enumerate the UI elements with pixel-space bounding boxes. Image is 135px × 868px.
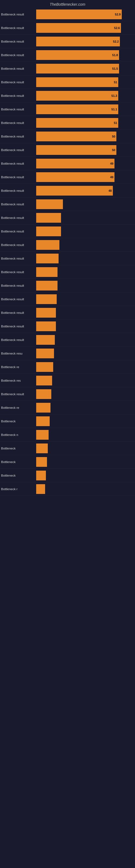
entry-label: Bottleneck result: [1, 338, 36, 341]
list-item: Bottleneck result 51.3: [0, 89, 135, 102]
entry-bar: [36, 281, 57, 290]
entry-bar-wrap: 51.5: [36, 64, 135, 73]
list-item: Bottleneck result 52.9: [0, 8, 135, 21]
entry-label: Bottleneck result: [1, 230, 36, 233]
entry-bar: [36, 213, 61, 223]
list-item: Bottleneck r: [0, 482, 135, 496]
entry-bar-wrap: [36, 281, 135, 290]
entry-bar-wrap: [36, 199, 135, 209]
entry-bar-wrap: [36, 362, 135, 372]
list-item: Bottleneck result: [0, 333, 135, 347]
list-item: Bottleneck result 51.8: [0, 48, 135, 62]
entry-bar: [36, 335, 55, 345]
list-item: Bottleneck result 52.2: [0, 35, 135, 48]
list-item: Bottleneck resu: [0, 347, 135, 360]
entry-bar: 52.9: [36, 9, 122, 19]
entry-label: Bottleneck result: [1, 67, 36, 70]
list-item: Bottleneck result: [0, 319, 135, 333]
entry-label: Bottleneck result: [1, 325, 36, 328]
entry-value: 49: [110, 176, 114, 179]
entry-label: Bottleneck result: [1, 393, 36, 396]
entry-bar-wrap: 50: [36, 131, 135, 141]
entry-bar: [36, 416, 50, 426]
list-item: Bottleneck re: [0, 360, 135, 374]
entry-bar-wrap: 51.1: [36, 104, 135, 114]
entry-label: Bottleneck resu: [1, 352, 36, 355]
entry-label: Bottleneck result: [1, 81, 36, 84]
list-item: Bottleneck result: [0, 306, 135, 319]
list-item: Bottleneck result 51.5: [0, 62, 135, 75]
list-item: Bottleneck result 50: [0, 130, 135, 143]
entry-bar: 50: [36, 131, 117, 141]
list-item: Bottleneck result: [0, 225, 135, 238]
entry-bar: [36, 308, 56, 318]
list-item: Bottleneck result: [0, 388, 135, 401]
entry-label: Bottleneck result: [1, 108, 36, 111]
entry-bar: [36, 348, 54, 358]
entry-bar-wrap: [36, 294, 135, 304]
list-item: Bottleneck result: [0, 238, 135, 252]
entry-value: 51.8: [112, 54, 118, 57]
entry-value: 52.9: [115, 13, 121, 16]
entry-label: Bottleneck result: [1, 311, 36, 314]
entry-label: Bottleneck: [1, 420, 36, 423]
entry-label: Bottleneck r: [1, 488, 36, 491]
list-item: Bottleneck result: [0, 252, 135, 265]
list-item: Bottleneck result: [0, 211, 135, 225]
entry-bar: [36, 294, 57, 304]
entry-bar: [36, 267, 57, 277]
entry-bar-wrap: [36, 484, 135, 494]
entry-bar-wrap: 52.6: [36, 23, 135, 33]
entry-bar: 51.8: [36, 50, 119, 60]
entry-bar: 51.1: [36, 104, 118, 114]
entry-bar: [36, 430, 49, 440]
entry-bar-wrap: [36, 416, 135, 426]
entry-label: Bottleneck: [1, 447, 36, 450]
entry-bar: [36, 403, 50, 412]
list-item: Bottleneck n: [0, 428, 135, 442]
entry-bar: 52.2: [36, 37, 120, 46]
entry-value: 49: [110, 162, 114, 165]
entry-label: Bottleneck result: [1, 94, 36, 97]
list-item: Bottleneck result 52.6: [0, 21, 135, 35]
entry-bar: [36, 321, 56, 331]
entry-bar: 51: [36, 118, 118, 128]
entry-bar: [36, 376, 52, 385]
entry-bar: [36, 443, 48, 453]
list-item: Bottleneck result 51: [0, 116, 135, 130]
entry-bar-wrap: 49: [36, 159, 135, 168]
entry-bar: [36, 199, 63, 209]
entry-value: 52.6: [114, 26, 120, 30]
entry-value: 51.5: [112, 67, 118, 70]
entry-label: Bottleneck result: [1, 284, 36, 287]
entry-bar-wrap: [36, 308, 135, 318]
entry-bar-wrap: [36, 389, 135, 399]
entry-bar-wrap: [36, 348, 135, 358]
entry-bar-wrap: [36, 240, 135, 250]
entry-bar-wrap: [36, 471, 135, 480]
entry-bar-wrap: 50: [36, 145, 135, 155]
entry-bar: 49: [36, 172, 115, 182]
list-item: Bottleneck result: [0, 265, 135, 279]
entry-bar: 51.3: [36, 91, 118, 101]
entry-label: Bottleneck result: [1, 162, 36, 165]
site-title: TheBottlenecker.com: [50, 2, 85, 6]
entry-label: Bottleneck result: [1, 40, 36, 43]
entry-bar-wrap: [36, 321, 135, 331]
entry-bar-wrap: [36, 403, 135, 412]
entry-bar-wrap: [36, 376, 135, 385]
entry-bar: 52.6: [36, 23, 121, 33]
entry-bar-wrap: 51.3: [36, 91, 135, 101]
list-item: Bottleneck: [0, 442, 135, 455]
entry-bar-wrap: [36, 267, 135, 277]
entry-label: Bottleneck re: [1, 365, 36, 369]
entries-list: Bottleneck result 52.9 Bottleneck result…: [0, 8, 135, 496]
entry-bar: 51.5: [36, 64, 119, 73]
entry-label: Bottleneck result: [1, 243, 36, 247]
entry-bar: [36, 457, 47, 467]
entry-label: Bottleneck: [1, 460, 36, 464]
entry-label: Bottleneck result: [1, 216, 36, 219]
list-item: Bottleneck: [0, 469, 135, 482]
entry-bar: [36, 484, 45, 494]
list-item: Bottleneck result: [0, 197, 135, 211]
